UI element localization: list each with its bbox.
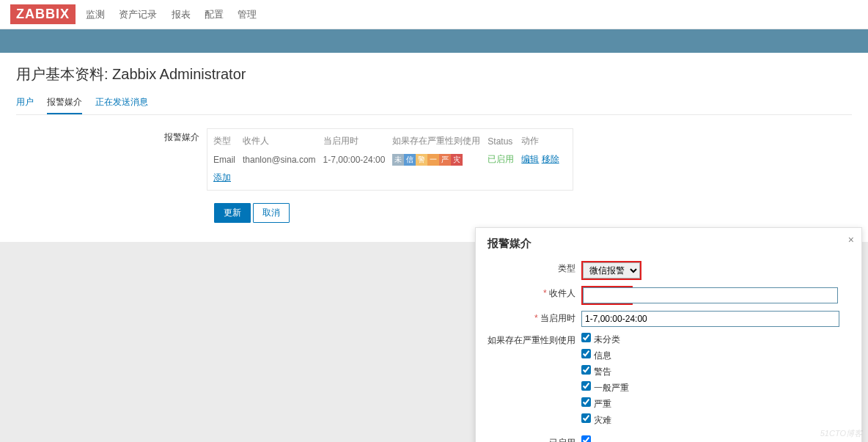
col-severity: 如果存在严重性则使用 — [392, 132, 488, 150]
severity-option[interactable]: 信息 — [581, 349, 850, 362]
severity-option[interactable]: 一般严重 — [581, 381, 850, 394]
severity-checkboxes: 未分类信息警告一般严重严重灾难 — [581, 333, 850, 430]
topbar: ZABBIX 监测 资产记录 报表 配置 管理 — [0, 0, 868, 29]
cell-active: 1-7,00:00-24:00 — [323, 150, 393, 169]
cell-recipient: thanlon@sina.com — [243, 150, 323, 169]
label-severity: 如果存在严重性则使用 — [488, 333, 581, 347]
tabs: 用户 报警媒介 正在发送消息 — [16, 96, 852, 115]
label-enabled: 已启用 — [488, 435, 581, 442]
nav-assets[interactable]: 资产记录 — [119, 9, 157, 20]
status-badge: 已启用 — [488, 154, 514, 164]
cell-type: Email — [213, 150, 243, 169]
nav-reports[interactable]: 报表 — [172, 9, 191, 20]
label-type: 类型 — [488, 261, 581, 275]
severity-option[interactable]: 警告 — [581, 365, 850, 378]
label-active: 当启用时 — [488, 311, 581, 325]
severity-checkbox[interactable] — [581, 365, 591, 375]
type-highlight: 微信报警 — [581, 261, 641, 280]
watermark: 51CTO博客 — [820, 428, 862, 439]
severity-checkbox[interactable] — [581, 333, 591, 342]
table-row: Email thanlon@sina.com 1-7,00:00-24:00 未… — [213, 150, 567, 169]
severity-pills: 未信警一严灾 — [392, 154, 480, 166]
update-button[interactable]: 更新 — [214, 203, 251, 223]
col-type: 类型 — [213, 132, 243, 150]
page-title: 用户基本资料: Zabbix Administrator — [16, 65, 852, 84]
severity-option[interactable]: 灾难 — [581, 413, 850, 427]
severity-pill: 灾 — [451, 154, 463, 166]
severity-pill: 信 — [404, 154, 416, 166]
type-select[interactable]: 微信报警 — [583, 262, 640, 279]
severity-pill: 未 — [392, 154, 404, 166]
severity-pill: 警 — [416, 154, 427, 166]
media-box: 类型 收件人 当启用时 如果存在严重性则使用 Status 动作 Email t… — [207, 128, 573, 191]
remove-link[interactable]: 移除 — [542, 154, 559, 164]
edit-link[interactable]: 编辑 — [521, 154, 539, 164]
nav-monitor[interactable]: 监测 — [86, 9, 105, 20]
col-actions: 动作 — [521, 132, 566, 150]
recipient-input[interactable] — [631, 287, 838, 303]
col-active: 当启用时 — [323, 132, 393, 150]
enabled-checkbox[interactable] — [581, 435, 591, 442]
severity-option[interactable]: 未分类 — [581, 333, 850, 346]
nav-admin[interactable]: 管理 — [238, 9, 257, 20]
severity-pill: 严 — [439, 154, 451, 166]
dialog-title: 报警媒介 — [488, 237, 850, 251]
tab-media[interactable]: 报警媒介 — [47, 96, 82, 114]
media-section-label: 报警媒介 — [16, 128, 207, 193]
active-input[interactable] — [581, 311, 839, 327]
col-status: Status — [488, 132, 521, 150]
media-dialog: × 报警媒介 类型 微信报警 收件人 当启用时 如果存在严重性则使用 未分类信息… — [475, 227, 862, 442]
severity-pill: 一 — [427, 154, 439, 166]
secondary-bar — [0, 29, 868, 53]
severity-checkbox[interactable] — [581, 413, 591, 423]
logo: ZABBIX — [10, 4, 76, 24]
top-nav: 监测 资产记录 报表 配置 管理 — [86, 8, 268, 21]
recipient-highlight — [581, 286, 633, 305]
severity-checkbox[interactable] — [581, 381, 591, 391]
nav-config[interactable]: 配置 — [205, 9, 224, 20]
add-media-link[interactable]: 添加 — [213, 172, 231, 183]
tab-user[interactable]: 用户 — [16, 96, 34, 114]
tab-sending[interactable]: 正在发送消息 — [95, 96, 148, 114]
close-icon[interactable]: × — [848, 234, 854, 246]
cancel-button[interactable]: 取消 — [253, 203, 290, 223]
severity-checkbox[interactable] — [581, 349, 591, 358]
severity-checkbox[interactable] — [581, 397, 591, 407]
severity-option[interactable]: 严重 — [581, 397, 850, 410]
label-recipient: 收件人 — [488, 286, 581, 300]
col-recipient: 收件人 — [243, 132, 323, 150]
recipient-input-highlight[interactable] — [583, 287, 631, 303]
